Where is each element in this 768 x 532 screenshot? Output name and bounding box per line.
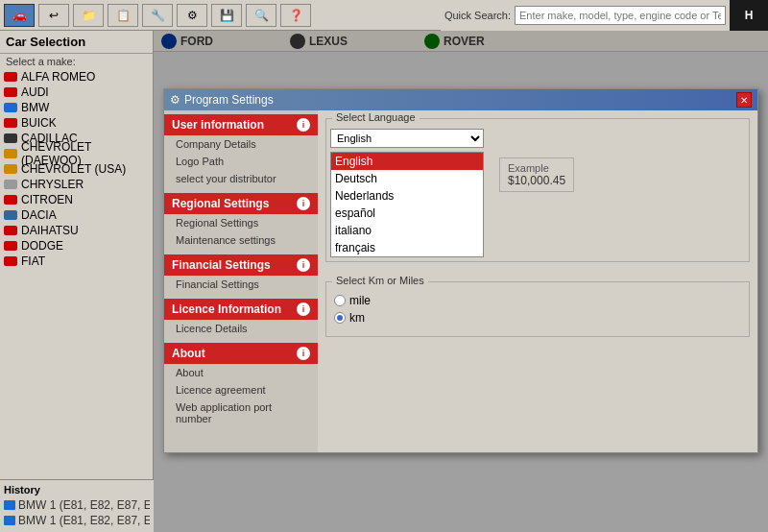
lang-option-italiano[interactable]: italiano xyxy=(331,222,483,239)
modal-close-button[interactable]: ✕ xyxy=(736,92,752,108)
make-item-dacia[interactable]: DACIA xyxy=(0,207,153,223)
km-miles-legend: Select Km or Miles xyxy=(332,275,428,286)
modal-nav: User informationiCompany DetailsLogo Pat… xyxy=(164,110,318,452)
toolbar-btn-2[interactable]: 🔧 xyxy=(142,4,173,27)
example-box: Example $10,000.45 xyxy=(499,157,574,192)
lang-select-col: EnglishDeutschNederlandsespañolitalianof… xyxy=(330,129,484,257)
lang-dropdown-container: EnglishDeutschNederlandsespañolitalianof… xyxy=(330,129,745,257)
make-item-chrysler[interactable]: CHRYSLER xyxy=(0,177,153,192)
nav-section-about[interactable]: Abouti xyxy=(164,343,318,364)
info-icon: i xyxy=(297,258,310,272)
example-value: $10,000.45 xyxy=(508,174,565,187)
info-icon: i xyxy=(297,197,310,210)
radio-row-km[interactable]: km xyxy=(334,311,741,325)
nav-section-user_info[interactable]: User informationi xyxy=(164,114,318,135)
modal-content: Select Language EnglishDeutschNederlands… xyxy=(318,110,757,452)
toolbar-btn-1[interactable]: 📋 xyxy=(108,4,138,27)
history-label: History xyxy=(4,484,150,496)
info-icon: i xyxy=(297,302,310,316)
select-make-label: Select a make: xyxy=(0,54,153,69)
make-item-daihatsu[interactable]: DAIHATSU xyxy=(0,223,153,238)
make-item-fiat[interactable]: FIAT xyxy=(0,254,153,269)
nav-section-licence[interactable]: Licence Informationi xyxy=(164,299,318,320)
toolbar-btn-5[interactable]: 🔍 xyxy=(246,4,276,27)
nav-item-financial-settings[interactable]: Financial Settings xyxy=(164,276,318,293)
make-item-buick[interactable]: BUICK xyxy=(0,115,153,131)
lang-option-deutsch[interactable]: Deutsch xyxy=(331,170,483,187)
nav-item-logo-path[interactable]: Logo Path xyxy=(164,153,318,170)
toolbar-btn-6[interactable]: ❓ xyxy=(280,4,311,27)
toolbar-btn-back[interactable]: ↩ xyxy=(38,4,69,27)
nav-item-maintenance-settings[interactable]: Maintenance settings xyxy=(164,231,318,249)
history-icon xyxy=(4,500,15,510)
lang-listbox[interactable]: EnglishDeutschNederlandsespañolitalianof… xyxy=(330,152,484,257)
nav-item-about[interactable]: About xyxy=(164,364,318,381)
make-item-alfa_romeo[interactable]: ALFA ROMEO xyxy=(0,69,153,85)
lang-option-nederlands[interactable]: Nederlands xyxy=(331,187,483,205)
radio-label-mile: mile xyxy=(349,294,371,307)
make-item-citroen[interactable]: CITROEN xyxy=(0,192,153,207)
example-label: Example xyxy=(508,162,565,174)
make-item-audi[interactable]: AUDI xyxy=(0,85,153,100)
history-panel: History BMW 1 (E81, E82, E87, E88) 116BM… xyxy=(0,479,154,532)
toolbar-btn-folder[interactable]: 📁 xyxy=(73,4,104,27)
nav-item-web-application-port-number[interactable]: Web application port number xyxy=(164,399,318,427)
history-icon xyxy=(4,516,15,525)
lang-option-francais[interactable]: français xyxy=(331,239,483,256)
modal-titlebar: ⚙ Program Settings ✕ xyxy=(164,89,757,110)
history-item[interactable]: BMW 1 (E81, E82, E87, E88) 116 xyxy=(4,497,150,513)
nav-section-financial[interactable]: Financial Settingsi xyxy=(164,254,318,276)
toolbar-h-logo: H xyxy=(730,0,768,31)
info-icon: i xyxy=(297,347,310,360)
toolbar-btn-3[interactable]: ⚙ xyxy=(177,4,207,27)
nav-item-licence-details[interactable]: Licence Details xyxy=(164,320,318,337)
radio-btn-km[interactable] xyxy=(334,312,346,324)
lang-option-norsk[interactable]: norsk xyxy=(331,256,483,257)
make-list: ALFA ROMEOAUDIBMWBUICKCADILLACCHEVROLET … xyxy=(0,69,153,532)
nav-section-regional[interactable]: Regional Settingsi xyxy=(164,193,318,214)
km-miles-group: Select Km or Miles milekm xyxy=(325,281,750,337)
left-panel: Car Selection Select a make: ALFA ROMEOA… xyxy=(0,31,154,532)
car-selection-header: Car Selection xyxy=(0,31,153,54)
radio-row-mile[interactable]: mile xyxy=(334,294,741,307)
main-area: Car Selection Select a make: ALFA ROMEOA… xyxy=(0,31,768,532)
select-language-legend: Select Language xyxy=(332,111,420,123)
toolbar-btn-4[interactable]: 💾 xyxy=(211,4,242,27)
modal-title: ⚙ Program Settings xyxy=(170,93,274,107)
toolbar: 🚗 ↩ 📁 📋 🔧 ⚙ 💾 🔍 ❓ Quick Search: H xyxy=(0,0,768,31)
quick-search-input[interactable] xyxy=(515,6,726,25)
program-settings-modal: ⚙ Program Settings ✕ User informationiCo… xyxy=(163,88,758,453)
lang-option-english[interactable]: English xyxy=(331,153,483,170)
make-item-dodge[interactable]: DODGE xyxy=(0,238,153,254)
info-icon: i xyxy=(297,118,310,132)
modal-body: User informationiCompany DetailsLogo Pat… xyxy=(164,110,757,452)
nav-item-regional-settings[interactable]: Regional Settings xyxy=(164,214,318,231)
right-area: FORDLEXUSROVER ⚙ Program Settings ✕ User… xyxy=(154,31,768,532)
quick-search-label: Quick Search: xyxy=(444,10,511,21)
lang-option-espanol[interactable]: español xyxy=(331,205,483,222)
lang-dropdown[interactable]: EnglishDeutschNederlandsespañolitalianof… xyxy=(330,129,484,148)
history-item[interactable]: BMW 1 (E81, E82, E87, E88) 116 xyxy=(4,513,150,528)
nav-item-company-details[interactable]: Company Details xyxy=(164,135,318,153)
nav-item-licence-agreement[interactable]: Licence agreement xyxy=(164,381,318,399)
make-item-chevrolet_daewoo[interactable]: CHEVROLET (DAEWOO) xyxy=(0,146,153,161)
select-language-group: Select Language EnglishDeutschNederlands… xyxy=(325,118,750,262)
make-item-bmw[interactable]: BMW xyxy=(0,100,153,115)
quick-search-bar: Quick Search: xyxy=(441,0,730,31)
toolbar-btn-car[interactable]: 🚗 xyxy=(4,4,35,27)
nav-item-select-your-distributor[interactable]: select your distributor xyxy=(164,170,318,187)
radio-btn-mile[interactable] xyxy=(334,295,346,306)
radio-label-km: km xyxy=(349,311,365,325)
modal-overlay: ⚙ Program Settings ✕ User informationiCo… xyxy=(154,31,768,532)
